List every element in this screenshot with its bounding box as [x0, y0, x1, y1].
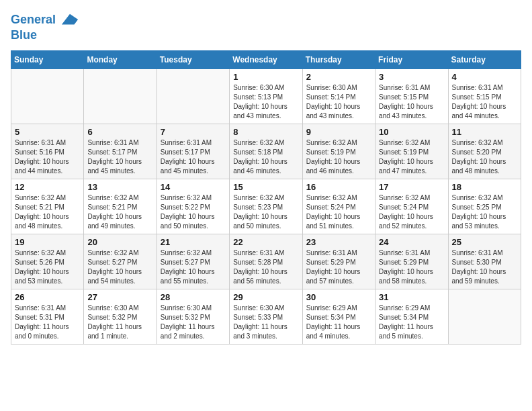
calendar-cell	[448, 289, 521, 345]
day-number: 31	[379, 292, 444, 302]
day-info: Sunrise: 6:30 AM Sunset: 5:32 PM Dayligh…	[87, 304, 152, 341]
calendar-cell: 19Sunrise: 6:32 AM Sunset: 5:26 PM Dayli…	[11, 234, 84, 289]
day-info: Sunrise: 6:30 AM Sunset: 5:14 PM Dayligh…	[306, 83, 371, 121]
calendar-cell: 10Sunrise: 6:32 AM Sunset: 5:19 PM Dayli…	[375, 124, 448, 179]
day-number: 5	[15, 127, 80, 137]
day-number: 25	[452, 237, 517, 247]
calendar-cell: 29Sunrise: 6:30 AM Sunset: 5:33 PM Dayli…	[230, 289, 302, 345]
day-info: Sunrise: 6:32 AM Sunset: 5:21 PM Dayligh…	[87, 193, 152, 231]
col-header-tuesday: Tuesday	[157, 51, 229, 69]
day-info: Sunrise: 6:32 AM Sunset: 5:18 PM Dayligh…	[233, 138, 298, 176]
calendar-cell: 24Sunrise: 6:31 AM Sunset: 5:29 PM Dayli…	[375, 234, 448, 289]
day-number: 22	[233, 237, 298, 247]
calendar-cell: 17Sunrise: 6:32 AM Sunset: 5:24 PM Dayli…	[375, 179, 448, 234]
calendar-cell: 6Sunrise: 6:31 AM Sunset: 5:17 PM Daylig…	[84, 124, 157, 179]
calendar-cell: 27Sunrise: 6:30 AM Sunset: 5:32 PM Dayli…	[84, 289, 157, 345]
day-info: Sunrise: 6:31 AM Sunset: 5:15 PM Dayligh…	[452, 83, 517, 121]
calendar-cell: 16Sunrise: 6:32 AM Sunset: 5:24 PM Dayli…	[302, 179, 375, 234]
calendar-week-row: 26Sunrise: 6:31 AM Sunset: 5:31 PM Dayli…	[11, 289, 521, 345]
calendar-table: SundayMondayTuesdayWednesdayThursdayFrid…	[11, 50, 521, 345]
day-number: 30	[306, 292, 371, 302]
calendar-cell: 12Sunrise: 6:32 AM Sunset: 5:21 PM Dayli…	[11, 179, 84, 234]
col-header-sunday: Sunday	[11, 51, 84, 69]
day-number: 29	[233, 292, 298, 302]
calendar-cell: 7Sunrise: 6:31 AM Sunset: 5:17 PM Daylig…	[157, 124, 229, 179]
page-header: General Blue	[11, 11, 521, 42]
day-info: Sunrise: 6:32 AM Sunset: 5:27 PM Dayligh…	[87, 248, 152, 286]
col-header-saturday: Saturday	[448, 51, 521, 69]
calendar-cell: 1Sunrise: 6:30 AM Sunset: 5:13 PM Daylig…	[230, 69, 302, 124]
svg-marker-0	[62, 14, 78, 25]
calendar-week-row: 19Sunrise: 6:32 AM Sunset: 5:26 PM Dayli…	[11, 234, 521, 289]
day-number: 20	[87, 237, 152, 247]
day-number: 18	[452, 182, 517, 192]
day-number: 15	[233, 182, 298, 192]
calendar-cell: 13Sunrise: 6:32 AM Sunset: 5:21 PM Dayli…	[84, 179, 157, 234]
logo-blue: Blue	[11, 28, 79, 42]
day-number: 7	[161, 127, 226, 137]
calendar-cell: 4Sunrise: 6:31 AM Sunset: 5:15 PM Daylig…	[448, 69, 521, 124]
day-info: Sunrise: 6:30 AM Sunset: 5:33 PM Dayligh…	[233, 304, 298, 341]
day-info: Sunrise: 6:32 AM Sunset: 5:26 PM Dayligh…	[15, 248, 80, 286]
day-info: Sunrise: 6:32 AM Sunset: 5:19 PM Dayligh…	[306, 138, 371, 176]
day-info: Sunrise: 6:31 AM Sunset: 5:30 PM Dayligh…	[452, 248, 517, 286]
calendar-cell: 28Sunrise: 6:30 AM Sunset: 5:32 PM Dayli…	[157, 289, 229, 345]
day-number: 9	[306, 127, 371, 137]
day-number: 23	[306, 237, 371, 247]
calendar-cell: 14Sunrise: 6:32 AM Sunset: 5:22 PM Dayli…	[157, 179, 229, 234]
day-number: 19	[15, 237, 80, 247]
calendar-cell: 2Sunrise: 6:30 AM Sunset: 5:14 PM Daylig…	[302, 69, 375, 124]
day-number: 26	[15, 292, 80, 302]
logo-icon	[60, 11, 79, 30]
day-info: Sunrise: 6:32 AM Sunset: 5:23 PM Dayligh…	[233, 193, 298, 231]
day-number: 24	[379, 237, 444, 247]
col-header-monday: Monday	[84, 51, 157, 69]
calendar-cell	[84, 69, 157, 124]
day-info: Sunrise: 6:32 AM Sunset: 5:25 PM Dayligh…	[452, 193, 517, 231]
calendar-cell	[11, 69, 84, 124]
calendar-week-row: 5Sunrise: 6:31 AM Sunset: 5:16 PM Daylig…	[11, 124, 521, 179]
day-info: Sunrise: 6:32 AM Sunset: 5:21 PM Dayligh…	[15, 193, 80, 231]
logo-text: General	[11, 11, 79, 30]
day-info: Sunrise: 6:32 AM Sunset: 5:24 PM Dayligh…	[379, 193, 444, 231]
calendar-cell: 11Sunrise: 6:32 AM Sunset: 5:20 PM Dayli…	[448, 124, 521, 179]
calendar-cell: 18Sunrise: 6:32 AM Sunset: 5:25 PM Dayli…	[448, 179, 521, 234]
day-number: 3	[379, 72, 444, 82]
calendar-cell: 9Sunrise: 6:32 AM Sunset: 5:19 PM Daylig…	[302, 124, 375, 179]
calendar-cell: 5Sunrise: 6:31 AM Sunset: 5:16 PM Daylig…	[11, 124, 84, 179]
day-number: 21	[161, 237, 226, 247]
col-header-friday: Friday	[375, 51, 448, 69]
calendar-week-row: 1Sunrise: 6:30 AM Sunset: 5:13 PM Daylig…	[11, 69, 521, 124]
day-number: 28	[161, 292, 226, 302]
day-number: 2	[306, 72, 371, 82]
day-info: Sunrise: 6:31 AM Sunset: 5:29 PM Dayligh…	[306, 248, 371, 286]
day-info: Sunrise: 6:31 AM Sunset: 5:28 PM Dayligh…	[233, 248, 298, 286]
calendar-cell: 22Sunrise: 6:31 AM Sunset: 5:28 PM Dayli…	[230, 234, 302, 289]
day-info: Sunrise: 6:32 AM Sunset: 5:19 PM Dayligh…	[379, 138, 444, 176]
calendar-cell: 30Sunrise: 6:29 AM Sunset: 5:34 PM Dayli…	[302, 289, 375, 345]
day-info: Sunrise: 6:30 AM Sunset: 5:32 PM Dayligh…	[161, 304, 226, 341]
calendar-cell: 21Sunrise: 6:32 AM Sunset: 5:27 PM Dayli…	[157, 234, 229, 289]
calendar-cell: 31Sunrise: 6:29 AM Sunset: 5:34 PM Dayli…	[375, 289, 448, 345]
day-number: 12	[15, 182, 80, 192]
day-number: 14	[161, 182, 226, 192]
calendar-week-row: 12Sunrise: 6:32 AM Sunset: 5:21 PM Dayli…	[11, 179, 521, 234]
day-info: Sunrise: 6:30 AM Sunset: 5:13 PM Dayligh…	[233, 83, 298, 121]
day-number: 13	[87, 182, 152, 192]
col-header-wednesday: Wednesday	[230, 51, 302, 69]
day-info: Sunrise: 6:31 AM Sunset: 5:17 PM Dayligh…	[87, 138, 152, 176]
day-number: 11	[452, 127, 517, 137]
calendar-cell: 25Sunrise: 6:31 AM Sunset: 5:30 PM Dayli…	[448, 234, 521, 289]
day-info: Sunrise: 6:32 AM Sunset: 5:27 PM Dayligh…	[161, 248, 226, 286]
day-info: Sunrise: 6:32 AM Sunset: 5:24 PM Dayligh…	[306, 193, 371, 231]
day-number: 10	[379, 127, 444, 137]
calendar-header-row: SundayMondayTuesdayWednesdayThursdayFrid…	[11, 51, 521, 69]
day-number: 8	[233, 127, 298, 137]
calendar-cell	[157, 69, 229, 124]
day-number: 27	[87, 292, 152, 302]
day-info: Sunrise: 6:31 AM Sunset: 5:15 PM Dayligh…	[379, 83, 444, 121]
day-number: 6	[87, 127, 152, 137]
day-info: Sunrise: 6:29 AM Sunset: 5:34 PM Dayligh…	[379, 304, 444, 341]
calendar-cell: 20Sunrise: 6:32 AM Sunset: 5:27 PM Dayli…	[84, 234, 157, 289]
calendar-cell: 23Sunrise: 6:31 AM Sunset: 5:29 PM Dayli…	[302, 234, 375, 289]
